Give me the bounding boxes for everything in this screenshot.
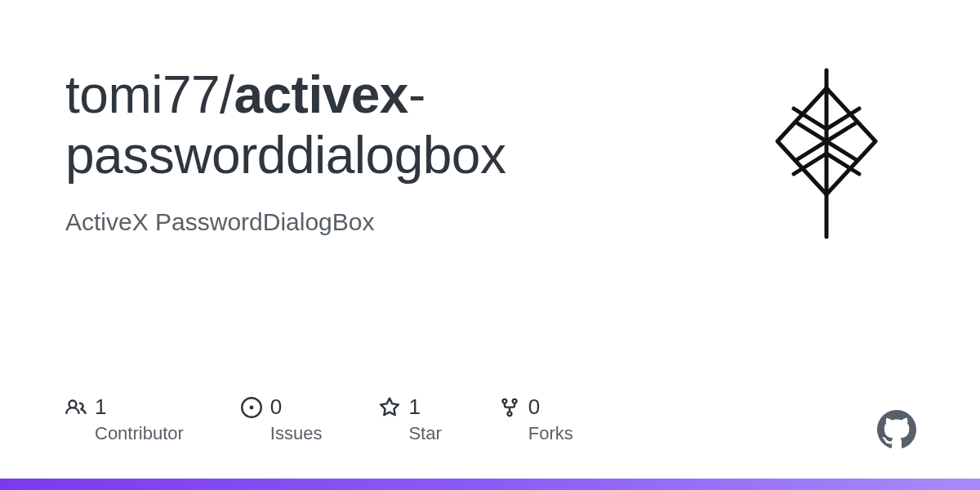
issues-label: Issues [270,423,323,444]
repo-name-part1[interactable]: activex [234,65,408,124]
avatar[interactable] [737,64,916,243]
repo-name-hyphen: - [408,65,425,124]
star-icon [379,397,400,418]
stat-issues[interactable]: 0 Issues [241,394,323,444]
social-card: tomi77/activex-passworddialogbox ActiveX… [0,0,980,490]
stat-stars[interactable]: 1 Star [379,394,441,444]
fork-icon [499,397,520,418]
avatar-rune-icon [757,64,896,243]
stars-label: Star [408,423,441,444]
repo-name-part2[interactable]: passworddialogbox [65,126,506,185]
forks-label: Forks [528,423,573,444]
repo-separator: / [220,65,234,124]
stat-contributors[interactable]: 1 Contributor [65,394,184,444]
repo-title[interactable]: tomi77/activex-passworddialogbox [65,65,735,185]
repo-stats: 1 Contributor 0 Issues 1 Star [65,394,573,444]
issue-icon [241,397,262,418]
accent-bar [0,479,980,490]
contributors-count: 1 [95,394,106,420]
contributors-label: Contributor [95,423,184,444]
forks-count: 0 [528,394,540,420]
issues-count: 0 [270,394,282,420]
github-logo-icon[interactable] [877,410,916,449]
stat-forks[interactable]: 0 Forks [499,394,573,444]
people-icon [65,397,87,418]
stars-count: 1 [408,394,420,420]
repo-owner[interactable]: tomi77 [65,65,220,124]
